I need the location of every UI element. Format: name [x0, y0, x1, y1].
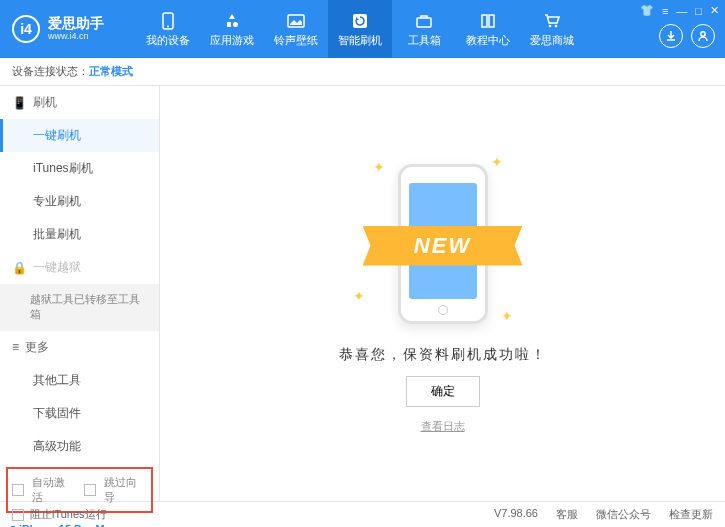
refresh-icon	[350, 11, 370, 31]
nav-tutorials[interactable]: 教程中心	[456, 0, 520, 58]
connection-status-bar: 设备连接状态： 正常模式	[0, 58, 725, 86]
sidebar-group-more[interactable]: ≡ 更多	[0, 331, 159, 364]
svg-rect-2	[288, 15, 304, 27]
label-auto-activate: 自动激活	[32, 475, 76, 505]
nav-smart-flash[interactable]: 智能刷机	[328, 0, 392, 58]
download-button[interactable]	[659, 24, 683, 48]
nav-toolbox[interactable]: 工具箱	[392, 0, 456, 58]
sidebar-item-advanced[interactable]: 高级功能	[0, 430, 159, 463]
menu-icon[interactable]: ≡	[662, 5, 668, 17]
main-content: ✦ ✦ ✦ ✦ NEW 恭喜您，保资料刷机成功啦！ 确定 查看日志	[160, 86, 725, 501]
svg-point-5	[549, 24, 552, 27]
svg-point-6	[555, 24, 558, 27]
app-title: 爱思助手	[48, 16, 104, 31]
new-ribbon: NEW	[363, 226, 523, 266]
sidebar-item-itunes[interactable]: iTunes刷机	[0, 152, 159, 185]
footer-service[interactable]: 客服	[556, 507, 578, 522]
svg-rect-3	[353, 14, 367, 28]
checkbox-block-itunes[interactable]	[12, 509, 24, 521]
book-icon	[478, 11, 498, 31]
nav-store[interactable]: 爱思商城	[520, 0, 584, 58]
nav-my-device[interactable]: 我的设备	[136, 0, 200, 58]
footer-wechat[interactable]: 微信公众号	[596, 507, 651, 522]
sidebar-item-oneclick[interactable]: 一键刷机	[0, 119, 159, 152]
main-nav: 我的设备 应用游戏 铃声壁纸 智能刷机 工具箱 教程中心 爱思商城	[136, 0, 584, 58]
nav-ringtones[interactable]: 铃声壁纸	[264, 0, 328, 58]
success-illustration: ✦ ✦ ✦ ✦ NEW	[343, 154, 543, 334]
sidebar-item-batch[interactable]: 批量刷机	[0, 218, 159, 251]
ok-button[interactable]: 确定	[406, 376, 480, 407]
sidebar-options-highlighted: 自动激活 跳过向导	[6, 467, 153, 513]
checkbox-skip-setup[interactable]	[84, 484, 96, 496]
footer-update[interactable]: 检查更新	[669, 507, 713, 522]
sidebar: 📱 刷机 一键刷机 iTunes刷机 专业刷机 批量刷机 🔒 一键越狱 越狱工具…	[0, 86, 160, 501]
skin-icon[interactable]: 👕	[640, 4, 654, 17]
phone-icon: 📱	[12, 96, 27, 110]
sidebar-group-flash[interactable]: 📱 刷机	[0, 86, 159, 119]
device-name: iPhone 15 Pro Max	[19, 523, 117, 527]
minimize-icon[interactable]: —	[676, 5, 687, 17]
lock-icon: 🔒	[12, 261, 27, 275]
label-skip-setup: 跳过向导	[104, 475, 148, 505]
version-label: V7.98.66	[494, 507, 538, 522]
label-block-itunes: 阻止iTunes运行	[30, 507, 107, 522]
logo-icon: i4	[12, 15, 40, 43]
svg-point-1	[167, 25, 169, 27]
status-mode: 正常模式	[89, 64, 133, 79]
user-button[interactable]	[691, 24, 715, 48]
maximize-icon[interactable]: □	[695, 5, 702, 17]
nav-apps-games[interactable]: 应用游戏	[200, 0, 264, 58]
phone-icon	[158, 11, 178, 31]
sidebar-item-pro[interactable]: 专业刷机	[0, 185, 159, 218]
app-header: i4 爱思助手 www.i4.cn 我的设备 应用游戏 铃声壁纸 智能刷机 工具…	[0, 0, 725, 58]
svg-point-7	[701, 32, 705, 36]
svg-rect-4	[417, 18, 431, 27]
toolbox-icon	[414, 11, 434, 31]
sidebar-item-other-tools[interactable]: 其他工具	[0, 364, 159, 397]
view-log-link[interactable]: 查看日志	[421, 419, 465, 434]
image-icon	[286, 11, 306, 31]
sidebar-jailbreak-note: 越狱工具已转移至工具箱	[0, 284, 159, 331]
sidebar-item-download-fw[interactable]: 下载固件	[0, 397, 159, 430]
logo-area: i4 爱思助手 www.i4.cn	[0, 15, 116, 43]
success-message: 恭喜您，保资料刷机成功啦！	[339, 346, 547, 364]
phone-icon: ▮	[10, 523, 16, 527]
checkbox-auto-activate[interactable]	[12, 484, 24, 496]
app-subtitle: www.i4.cn	[48, 32, 104, 42]
status-label: 设备连接状态：	[12, 64, 89, 79]
cart-icon	[542, 11, 562, 31]
sidebar-group-jailbreak: 🔒 一键越狱	[0, 251, 159, 284]
close-icon[interactable]: ✕	[710, 4, 719, 17]
menu-icon: ≡	[12, 340, 19, 354]
app-icon	[222, 11, 242, 31]
window-controls: 👕 ≡ — □ ✕	[640, 4, 719, 17]
